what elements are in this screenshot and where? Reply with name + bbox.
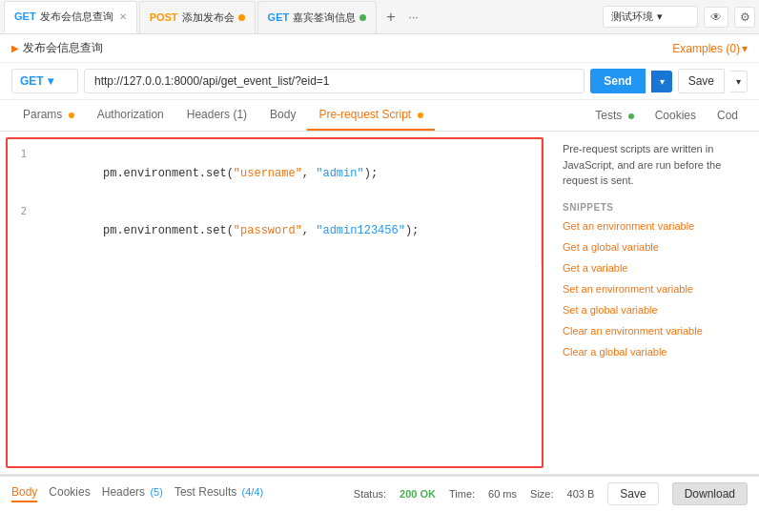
right-panel: Pre-request scripts are written in JavaS… bbox=[549, 132, 759, 474]
status-label: Status: bbox=[354, 488, 386, 500]
env-selector: 测试环境 ▾ 👁 ⚙ bbox=[603, 6, 755, 28]
tab-label-2: 添加发布会 bbox=[182, 10, 235, 25]
tab-cookies-right[interactable]: Cookies bbox=[646, 101, 706, 130]
code-line-2: 2 pm.environment.set("password", "admin1… bbox=[8, 202, 541, 259]
code-line-1: 1 pm.environment.set("username", "admin"… bbox=[8, 145, 541, 202]
tab-method-get2: GET bbox=[268, 11, 290, 23]
tab-code-label: Cod bbox=[717, 109, 738, 122]
right-description: Pre-request scripts are written in JavaS… bbox=[563, 141, 746, 189]
tab-authorization[interactable]: Authorization bbox=[86, 100, 175, 131]
tab-prerequest[interactable]: Pre-request Script bbox=[307, 100, 434, 131]
line-content-1: pm.environment.set("username", "admin"); bbox=[34, 145, 378, 202]
size-value: 403 B bbox=[567, 488, 595, 500]
breadcrumb-arrow-icon: ▶ bbox=[11, 43, 19, 53]
url-input[interactable] bbox=[84, 69, 585, 93]
tab-get-guest[interactable]: GET 嘉宾签询信息 bbox=[257, 1, 378, 33]
method-label: GET bbox=[20, 74, 44, 88]
tab-close-1[interactable]: ✕ bbox=[119, 11, 127, 22]
bottom-tab-headers[interactable]: Headers (5) bbox=[102, 485, 163, 502]
snippet-get-env[interactable]: Get an environment variable bbox=[563, 220, 746, 232]
tab-tests-dot bbox=[628, 113, 634, 119]
send-dropdown-button[interactable]: ▾ bbox=[651, 71, 672, 92]
env-name: 测试环境 bbox=[611, 10, 653, 24]
env-settings-icon[interactable]: ⚙ bbox=[734, 7, 755, 28]
snippet-clear-global[interactable]: Clear a global variable bbox=[563, 346, 746, 358]
method-select[interactable]: GET ▾ bbox=[11, 69, 78, 93]
save-button[interactable]: Save bbox=[678, 69, 725, 93]
bottom-tab-body-label: Body bbox=[11, 485, 37, 499]
tab-headers-label: Headers (1) bbox=[187, 108, 247, 121]
examples-arrow-icon: ▾ bbox=[742, 42, 748, 55]
tab-dot-2 bbox=[238, 14, 245, 21]
tab-dot-3 bbox=[359, 14, 366, 21]
tab-prerequest-dot bbox=[418, 113, 423, 118]
bottom-tab-headers-badge: (5) bbox=[150, 486, 162, 498]
examples-label: Examples (0) bbox=[672, 42, 740, 55]
tab-prerequest-label: Pre-request Script bbox=[318, 108, 411, 121]
bottom-tab-headers-label: Headers bbox=[102, 485, 149, 499]
line-num-2: 2 bbox=[8, 202, 34, 221]
bottom-tab-cookies-label: Cookies bbox=[49, 485, 90, 499]
send-button[interactable]: Send bbox=[590, 69, 645, 93]
breadcrumb-bar: ▶ 发布会信息查询 Examples (0) ▾ bbox=[0, 34, 759, 63]
code-editor-wrapper: 1 pm.environment.set("username", "admin"… bbox=[6, 137, 544, 468]
main-content: 1 pm.environment.set("username", "admin"… bbox=[0, 132, 759, 475]
bottom-tab-test-badge: (4/4) bbox=[242, 486, 264, 498]
req-tabs-right: Tests Cookies Cod bbox=[585, 101, 748, 130]
env-dropdown-arrow: ▾ bbox=[657, 10, 663, 23]
tab-label-3: 嘉宾签询信息 bbox=[293, 10, 356, 25]
tab-get-event[interactable]: GET 发布会信息查询 ✕ bbox=[4, 1, 137, 33]
save-dropdown-button[interactable]: ▾ bbox=[730, 71, 748, 92]
snippet-set-env[interactable]: Set an environment variable bbox=[563, 283, 746, 295]
breadcrumb: ▶ 发布会信息查询 bbox=[11, 40, 103, 56]
tab-body[interactable]: Body bbox=[258, 100, 307, 131]
code-editor[interactable]: 1 pm.environment.set("username", "admin"… bbox=[8, 139, 542, 265]
env-dropdown[interactable]: 测试环境 ▾ bbox=[603, 6, 698, 28]
tab-authorization-label: Authorization bbox=[97, 108, 164, 121]
status-value: 200 OK bbox=[400, 488, 436, 500]
examples-link[interactable]: Examples (0) ▾ bbox=[672, 42, 748, 55]
snippets-label: SNIPPETS bbox=[563, 202, 746, 213]
tab-cookies-right-label: Cookies bbox=[655, 109, 696, 122]
tab-bar: GET 发布会信息查询 ✕ POST 添加发布会 GET 嘉宾签询信息 + ··… bbox=[0, 0, 759, 34]
more-tabs-button[interactable]: ··· bbox=[403, 10, 424, 24]
snippet-get-var[interactable]: Get a variable bbox=[563, 262, 746, 274]
tab-code[interactable]: Cod bbox=[708, 101, 748, 130]
bottom-bar: Body Cookies Headers (5) Test Results (4… bbox=[0, 475, 759, 510]
size-label: Size: bbox=[530, 488, 553, 500]
bottom-status: Status: 200 OK Time: 60 ms Size: 403 B S… bbox=[354, 482, 748, 505]
method-arrow-icon: ▾ bbox=[48, 74, 53, 88]
time-value: 60 ms bbox=[488, 488, 517, 500]
add-tab-button[interactable]: + bbox=[379, 9, 402, 26]
snippet-set-global[interactable]: Set a global variable bbox=[563, 304, 746, 316]
bottom-download-button[interactable]: Download bbox=[672, 482, 748, 505]
line-num-1: 1 bbox=[8, 145, 34, 164]
tab-tests[interactable]: Tests bbox=[585, 101, 643, 130]
env-eye-button[interactable]: 👁 bbox=[704, 7, 728, 28]
bottom-tab-test-results[interactable]: Test Results (4/4) bbox=[174, 485, 263, 502]
snippet-get-global[interactable]: Get a global variable bbox=[563, 241, 746, 253]
request-tabs: Params Authorization Headers (1) Body Pr… bbox=[0, 100, 759, 132]
tab-method-post: POST bbox=[150, 11, 178, 23]
snippet-clear-env[interactable]: Clear an environment variable bbox=[563, 325, 746, 337]
tab-params[interactable]: Params bbox=[11, 100, 86, 131]
tab-params-dot bbox=[69, 113, 74, 118]
tab-post-add[interactable]: POST 添加发布会 bbox=[139, 1, 256, 33]
tab-body-label: Body bbox=[270, 108, 296, 121]
tab-method-get: GET bbox=[14, 10, 36, 22]
bottom-tab-cookies[interactable]: Cookies bbox=[49, 485, 90, 502]
tab-params-label: Params bbox=[23, 108, 62, 121]
bottom-tab-test-label: Test Results bbox=[174, 485, 240, 499]
time-label: Time: bbox=[449, 488, 475, 500]
bottom-save-button[interactable]: Save bbox=[607, 482, 658, 505]
tab-label-1: 发布会信息查询 bbox=[40, 10, 113, 24]
url-bar: GET ▾ Send ▾ Save ▾ bbox=[0, 63, 759, 100]
line-content-2: pm.environment.set("password", "admin123… bbox=[34, 202, 419, 259]
bottom-tab-body[interactable]: Body bbox=[11, 485, 37, 502]
tab-tests-label: Tests bbox=[595, 109, 622, 122]
breadcrumb-label: 发布会信息查询 bbox=[23, 40, 103, 56]
tab-headers[interactable]: Headers (1) bbox=[175, 100, 258, 131]
